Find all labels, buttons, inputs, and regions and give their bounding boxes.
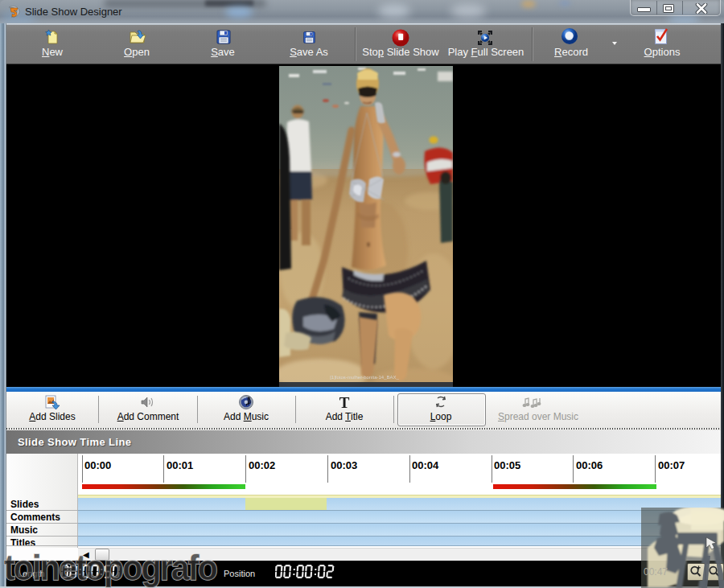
svg-text:[1]fotos-mulher-bonita-14_BAX_: [1]fotos-mulher-bonita-14_BAX_ [330,375,399,380]
svg-text:toinetopografo: toinetopografo [4,547,216,587]
svg-text:T: T [339,395,350,409]
